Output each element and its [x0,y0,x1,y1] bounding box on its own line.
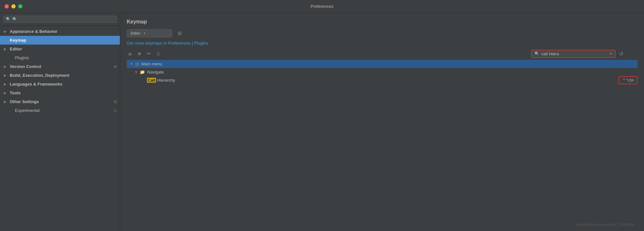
titlebar: Preferences [0,0,644,13]
sidebar-item-appearance[interactable]: ▶ Appearance & Behavior [0,27,120,36]
sidebar-item-keymap[interactable]: Keymap [0,36,120,45]
gear-button[interactable]: ⚙ [175,30,184,37]
copy-icon: ⧉ [114,108,117,113]
sidebar-item-label: Build, Execution, Deployment [10,73,69,78]
window-title: Preferences [311,4,333,9]
menu-icon: ▤ [135,61,139,66]
minimize-button[interactable] [11,4,16,8]
sidebar-search-input[interactable] [12,17,114,21]
refresh-button[interactable]: ↺ [618,50,625,58]
sidebar-search-icon: 🔍 [6,17,11,21]
toolbar-row: ≣ ≢ ✏ ⚠ 🔍 ✕ ↺ [127,50,638,57]
sidebar-item-experimental[interactable]: Experimental ⧉ [0,106,120,115]
sidebar-item-label: Languages & Frameworks [10,82,62,87]
tree-arrow-icon: ▼ [129,62,134,66]
sidebar: 🔍 ▶ Appearance & Behavior Keymap ▶ Edito… [0,13,120,231]
sidebar-item-tools[interactable]: ▶ Tools [0,88,120,97]
window-controls [5,4,22,8]
folder-icon: 📁 [140,70,145,75]
maximize-button[interactable] [18,4,22,8]
sidebar-item-label: Other Settings [10,99,39,104]
close-button[interactable] [5,4,9,8]
sidebar-item-label: Editor [10,47,22,51]
key-shortcut-box: ⌃⌥H [618,76,638,84]
sidebar-search-container: 🔍 [0,13,120,26]
keymap-search-input[interactable] [541,51,607,56]
keymap-plugins-link[interactable]: Get more keymaps in Preferences | Plugin… [127,41,638,46]
expand-all-icon: ≣ [128,51,132,56]
copy-icon: ⧉ [114,100,117,104]
collapse-all-button[interactable]: ≢ [136,50,143,57]
content-panel: Keymap XWin ▼ ⚙ Get more keymaps in Pref… [120,13,644,231]
arrow-icon: ▶ [4,91,8,95]
keymap-selector-row: XWin ▼ ⚙ [127,29,638,37]
tree-row-main-menu[interactable]: ▼ ▤ Main menu [127,60,638,68]
warning-button[interactable]: ⚠ [155,50,162,57]
collapse-all-icon: ≢ [137,51,142,56]
sidebar-item-label: Version Control [10,64,41,69]
call-highlight-label: Call Hierarchy [147,78,175,83]
sidebar-nav: ▶ Appearance & Behavior Keymap ▶ Editor … [0,26,120,231]
toolbar-icons: ≣ ≢ ✏ ⚠ [127,50,162,57]
call-text: Call [147,78,156,83]
tree-row-call-hierarchy[interactable]: ▶ Call Hierarchy ⌃⌥H [127,76,638,84]
arrow-icon: ▶ [4,65,8,68]
sidebar-item-label: Keymap [10,38,26,43]
arrow-icon: ▶ [4,30,8,33]
expand-all-button[interactable]: ≣ [127,50,134,57]
edit-icon: ✏ [147,51,151,56]
page-title: Keymap [127,19,638,25]
sidebar-item-plugins[interactable]: Plugins [0,53,120,62]
sidebar-item-label: Tools [10,90,21,95]
tree-main-menu-label: Main menu [141,61,162,66]
sidebar-item-languages[interactable]: ▶ Languages & Frameworks [0,80,120,88]
main-layout: 🔍 ▶ Appearance & Behavior Keymap ▶ Edito… [0,13,644,231]
arrow-icon: ▶ [4,100,8,103]
keymap-search-box[interactable]: 🔍 ✕ [531,50,616,58]
arrow-icon: ▶ [4,74,8,77]
warning-icon: ⚠ [156,51,161,56]
sidebar-search-wrap[interactable]: 🔍 [3,16,117,23]
tree-row-navigate[interactable]: ▼ 📁 Navigate [127,68,638,76]
tree-arrow-icon: ▼ [134,70,138,74]
sidebar-item-editor[interactable]: ▶ Editor [0,45,120,53]
arrow-icon: ▶ [4,83,8,86]
search-clear-button[interactable]: ✕ [609,51,612,56]
copy-icon: ⧉ [114,64,117,69]
footer: https://blog.csdn.net/csdn_20150804 [127,221,638,228]
tree-view: ▼ ▤ Main menu ▼ 📁 Navigate ▶ Call Hierar… [127,60,638,221]
sidebar-item-label: Plugins [15,55,29,60]
keymap-dropdown-label: XWin [130,31,140,36]
arrow-icon: ▶ [4,48,8,51]
gear-icon: ⚙ [177,31,182,36]
edit-button[interactable]: ✏ [146,50,152,57]
sidebar-item-build[interactable]: ▶ Build, Execution, Deployment [0,71,120,80]
hierarchy-text: Hierarchy [156,78,175,83]
search-icon: 🔍 [535,51,539,56]
keymap-dropdown[interactable]: XWin ▼ [127,29,172,37]
sidebar-item-label: Appearance & Behavior [10,29,58,34]
key-shortcut-text: ⌃⌥H [622,78,634,83]
search-right-wrap: 🔍 ✕ ↺ [531,50,625,58]
sidebar-item-version-control[interactable]: ▶ Version Control ⧉ [0,62,120,71]
chevron-down-icon: ▼ [143,32,146,35]
sidebar-item-other-settings[interactable]: ▶ Other Settings ⧉ [0,97,120,106]
footer-link: https://blog.csdn.net/csdn_20150804 [576,223,634,226]
tree-navigate-label: Navigate [147,70,164,75]
sidebar-item-label: Experimental [15,108,40,113]
refresh-icon: ↺ [619,51,623,57]
